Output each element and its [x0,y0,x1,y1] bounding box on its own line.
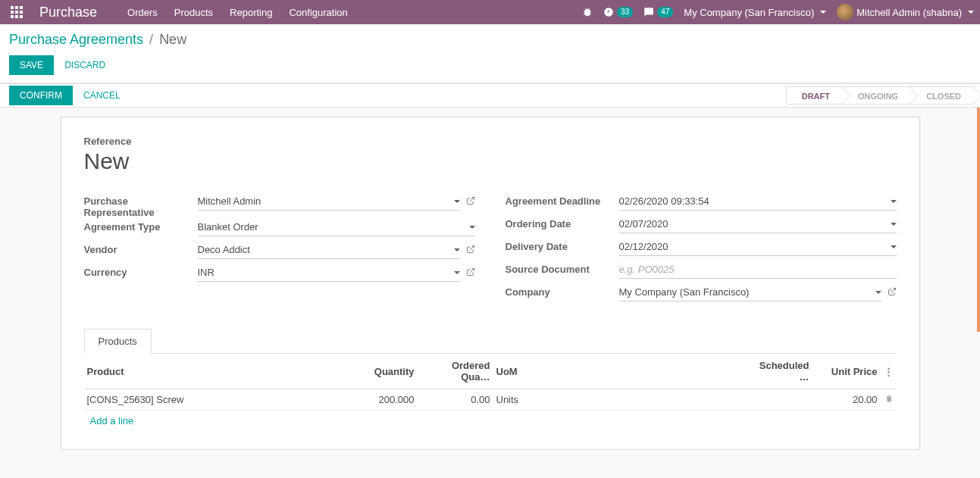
scroll-indicator[interactable] [977,108,980,332]
col-actions-icon[interactable]: ⋮ [881,354,897,389]
col-product[interactable]: Product [84,354,357,389]
user-menu[interactable]: Mitchell Admin (shabna) [837,4,974,20]
cell-scheduled[interactable] [744,389,812,411]
navbar: Purchase Orders Products Reporting Confi… [0,0,980,24]
main-menu: Orders Products Reporting Configuration [127,7,348,18]
col-quantity[interactable]: Quantity [357,354,418,389]
confirm-button[interactable]: CONFIRM [9,86,73,105]
debug-icon[interactable] [582,7,593,17]
cell-product[interactable]: [CONS_25630] Screw [84,389,357,411]
delivery-date-value: 02/12/2020 [619,241,668,252]
cancel-button[interactable]: CANCEL [83,86,121,105]
row-delete-icon[interactable] [881,389,897,411]
tab-products[interactable]: Products [84,329,152,354]
status-ongoing[interactable]: ONGOING [842,86,911,105]
external-link-icon[interactable] [466,245,475,256]
avatar [837,4,853,20]
control-panel: Purchase Agreements / New SAVE DISCARD [0,24,980,83]
app-brand[interactable]: Purchase [39,5,97,20]
external-link-icon[interactable] [466,267,475,279]
clock-icon [603,7,614,17]
navbar-right: 33 47 My Company (San Francisco) Mitchel… [582,4,974,20]
ordering-date-label: Ordering Date [506,215,619,230]
reference-value: New [84,148,897,174]
products-table: Product Quantity Ordered Qua… UoM Schedu… [84,354,897,431]
col-uom[interactable]: UoM [493,354,744,389]
agreement-type-label: Agreement Type [84,218,198,233]
breadcrumb-parent[interactable]: Purchase Agreements [9,32,143,48]
agreement-deadline-value: 02/26/2020 09:33:54 [619,195,709,207]
breadcrumb: Purchase Agreements / New [9,32,968,48]
col-price[interactable]: Unit Price [812,354,881,389]
cell-price[interactable]: 20.00 [812,389,881,411]
chevron-down-icon [891,223,897,226]
col-scheduled[interactable]: Scheduled … [744,354,812,389]
currency-label: Currency [84,264,198,278]
vendor-label: Vendor [84,241,198,255]
menu-reporting[interactable]: Reporting [230,7,272,18]
company-name: My Company (San Francisco) [684,7,814,18]
user-name: Mitchell Admin (shabna) [856,7,962,18]
chevron-down-icon [469,226,475,229]
agreement-type-field[interactable]: Blanket Order [198,218,475,236]
chevron-down-icon [820,11,826,14]
apps-grid-icon [11,6,23,18]
external-link-icon[interactable] [888,287,897,298]
apps-menu-icon[interactable] [6,2,27,23]
currency-value: INR [198,267,214,278]
save-button[interactable]: SAVE [9,55,54,75]
company-switcher[interactable]: My Company (San Francisco) [684,7,826,18]
notebook: Products Product Quantity Ordered Qua… U… [84,329,897,431]
add-line-button[interactable]: Add a line [87,409,137,433]
menu-products[interactable]: Products [174,7,213,18]
status-steps: DRAFT ONGOING CLOSED [787,86,974,105]
chevron-down-icon [454,271,460,274]
purchase-rep-label: Purchase Representative [84,192,198,218]
messaging-icon[interactable]: 47 [643,7,673,17]
breadcrumb-separator: / [149,32,153,48]
form-sheet: Reference New Purchase Representative Mi… [61,117,920,450]
source-document-input[interactable] [619,264,897,275]
table-row[interactable]: [CONS_25630] Screw 200.000 0.00 Units 20… [84,389,897,411]
breadcrumb-current: New [159,32,186,48]
status-closed[interactable]: CLOSED [910,86,974,105]
chevron-down-icon [454,248,460,251]
reference-label: Reference [84,136,897,147]
delivery-date-label: Delivery Date [506,238,619,252]
trash-icon [885,394,894,403]
ordering-date-field[interactable]: 02/07/2020 [619,215,897,233]
source-document-field[interactable] [619,261,897,279]
company-field[interactable]: My Company (San Francisco) [619,283,881,301]
form-right-col: Agreement Deadline 02/26/2020 09:33:54 O… [506,192,897,306]
menu-configuration[interactable]: Configuration [289,7,347,18]
source-document-label: Source Document [506,261,619,275]
chevron-down-icon [875,291,881,294]
cp-buttons: SAVE DISCARD [9,55,968,83]
form-left-col: Purchase Representative Mitchell Admin A… [84,192,475,306]
cell-ordered[interactable]: 0.00 [418,389,493,411]
form-view: Reference New Purchase Representative Mi… [0,108,980,478]
bug-icon [582,7,593,17]
company-value: My Company (San Francisco) [619,286,750,298]
chevron-down-icon [891,200,897,203]
status-draft[interactable]: DRAFT [786,86,843,105]
cell-quantity[interactable]: 200.000 [357,389,418,411]
vendor-value: Deco Addict [198,244,250,255]
purchase-rep-field[interactable]: Mitchell Admin [198,192,460,211]
external-link-icon[interactable] [466,196,475,208]
agreement-deadline-field[interactable]: 02/26/2020 09:33:54 [619,192,897,211]
messages-badge: 47 [657,7,673,17]
menu-orders[interactable]: Orders [127,7,158,18]
activity-badge: 33 [617,7,633,17]
activity-icon[interactable]: 33 [603,7,633,17]
tab-list: Products [84,329,897,354]
cell-uom[interactable]: Units [493,389,744,411]
col-ordered[interactable]: Ordered Qua… [418,354,493,389]
purchase-rep-value: Mitchell Admin [198,195,261,207]
delivery-date-field[interactable]: 02/12/2020 [619,238,897,256]
currency-field[interactable]: INR [198,264,460,282]
discard-button[interactable]: DISCARD [64,60,105,70]
chevron-down-icon [454,200,460,203]
vendor-field[interactable]: Deco Addict [198,241,460,259]
status-bar: CONFIRM CANCEL DRAFT ONGOING CLOSED [0,83,980,108]
